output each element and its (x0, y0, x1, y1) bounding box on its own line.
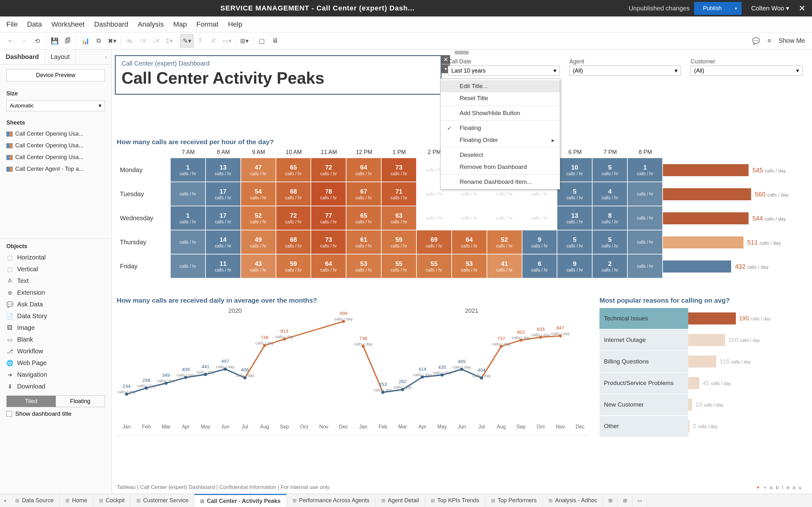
sort-asc-icon[interactable]: ↑≡ (136, 34, 149, 48)
tab-call-center-activity-peaks[interactable]: ⊞Call Center - Activity Peaks (194, 494, 287, 507)
show-dashboard-title-checkbox[interactable]: Show dashboard title (6, 410, 105, 417)
heatmap-cell[interactable]: 64calls / hr (346, 158, 382, 181)
heatmap-cell[interactable]: 77calls / hr (311, 206, 346, 230)
object-download[interactable]: ⬇Download (0, 381, 111, 392)
heatmap-total-row[interactable]: 544 calls / day (663, 206, 803, 230)
tab-analysis-adhoc[interactable]: ⊞Analysis - Adhoc (543, 494, 603, 507)
heatmap-cell[interactable]: calls / hr (628, 206, 663, 230)
heatmap-cell[interactable]: 63calls / hr (382, 206, 417, 230)
dashboard-canvas[interactable]: Call Center (expert) Dashboard Call Cent… (112, 49, 812, 494)
object-text[interactable]: AText (0, 275, 111, 287)
heatmap-cell[interactable]: 17calls / hr (206, 182, 241, 206)
heatmap-cell[interactable]: calls / hr (522, 206, 558, 230)
heatmap-cell[interactable]: calls / hr (171, 182, 206, 206)
object-web-page[interactable]: 🌐Web Page (0, 357, 111, 369)
heatmap-total-row[interactable]: 432 calls / day (663, 254, 803, 278)
publish-dropdown-arrow[interactable]: ▾ (730, 2, 742, 15)
reason-row[interactable]: Other2 calls / day (600, 415, 803, 437)
heatmap-cell[interactable]: 11calls / hr (206, 255, 241, 278)
border-icon[interactable]: ▭▾ (220, 34, 234, 48)
heatmap-cell[interactable]: 69calls / hr (417, 230, 452, 254)
tabs-scroll-left-icon[interactable]: ◂ (0, 494, 9, 507)
reason-row[interactable]: Internet Outage150 calls / day (600, 329, 803, 350)
heatmap-cell[interactable]: 71calls / hr (382, 182, 417, 206)
ctx-remove-from-dashboard[interactable]: Remove from Dashboard (441, 161, 560, 173)
object-blank[interactable]: ▭Blank (0, 334, 111, 345)
menu-file[interactable]: File (6, 20, 17, 29)
heatmap-cell[interactable]: 17calls / hr (206, 206, 241, 230)
presentation-icon[interactable]: ▢ (255, 34, 268, 48)
heatmap-cell[interactable]: 1calls / hr (628, 158, 663, 181)
heatmap-cell[interactable]: 41calls / hr (487, 255, 522, 278)
floating-option[interactable]: Floating (56, 396, 105, 407)
ctx-deselect[interactable]: Deselect (441, 149, 560, 161)
reason-row[interactable]: New Customer13 calls / day (600, 394, 803, 415)
tile-float-toggle[interactable]: Tiled Floating (6, 395, 105, 407)
line-chart-2020[interactable]: 2020234calls / day298calls / day349calls… (117, 307, 353, 434)
redo-icon[interactable]: → (17, 34, 31, 48)
line-chart-2021[interactable]: 2021738calls / day253calls / day282calls… (353, 307, 590, 434)
tab-customer-service[interactable]: ⊞Customer Service (131, 494, 194, 507)
tab-home[interactable]: ⊞Home (60, 494, 93, 507)
drag-handle-icon[interactable] (455, 51, 469, 55)
tab-cockpit[interactable]: ⊞Cockpit (93, 494, 131, 507)
heatmap-cell[interactable]: 65calls / hr (276, 158, 311, 181)
heatmap-cell[interactable]: 4calls / hr (593, 182, 628, 206)
heatmap-cell[interactable]: 43calls / hr (241, 255, 276, 278)
tab-layout[interactable]: Layout (45, 49, 75, 64)
totals-icon[interactable]: Σ▾ (163, 34, 176, 48)
ctx-edit-title-[interactable]: Edit Title... (441, 80, 560, 92)
tiled-option[interactable]: Tiled (7, 396, 56, 407)
heatmap-cell[interactable]: calls / hr (171, 255, 206, 278)
heatmap-cell[interactable]: calls / hr (628, 182, 663, 206)
heatmap-cell[interactable]: 13calls / hr (557, 206, 593, 230)
undo-icon[interactable]: ← (4, 34, 17, 48)
filter-calldate[interactable]: Last 10 years▾ (448, 66, 560, 76)
heatmap-cell[interactable]: 14calls / hr (206, 230, 241, 254)
explain-icon[interactable]: 💬 (750, 34, 763, 48)
heatmap-cell[interactable]: calls / hr (628, 255, 663, 278)
checkbox-icon[interactable] (6, 411, 12, 417)
publish-button[interactable]: Publish (694, 2, 730, 15)
heatmap-cell[interactable]: 68calls / hr (276, 182, 311, 206)
heatmap-total-row[interactable]: 511 calls / day (663, 230, 803, 254)
heatmap-cell[interactable]: 55calls / hr (417, 255, 452, 278)
new-worksheet-tab-icon[interactable]: ⊞ (603, 494, 618, 507)
sheet-item[interactable]: Call Center Opening Usa... (3, 152, 108, 163)
heatmap-cell[interactable]: calls / hr (487, 206, 522, 230)
tab-data-source[interactable]: ⊞Data Source (9, 494, 60, 507)
user-menu[interactable]: Colten Woo ▾ (751, 4, 789, 12)
show-me-button[interactable]: Show Me (779, 37, 805, 44)
heatmap-cell[interactable]: 6calls / hr (522, 255, 558, 278)
new-data-icon[interactable]: 🗐 (61, 34, 74, 48)
object-navigation[interactable]: ➜Navigation (0, 369, 111, 381)
menu-worksheet[interactable]: Worksheet (51, 20, 85, 29)
heatmap-cell[interactable]: 73calls / hr (311, 230, 346, 254)
tab-top-performers[interactable]: ⊞Top Performers (485, 494, 543, 507)
heatmap-cell[interactable]: 54calls / hr (241, 182, 276, 206)
collapse-panel-icon[interactable]: ‹ (101, 49, 111, 64)
heatmap-cell[interactable]: 61calls / hr (346, 230, 382, 254)
heatmap-cell[interactable]: 1calls / hr (171, 158, 206, 181)
heatmap-cell[interactable]: 10calls / hr (557, 158, 593, 181)
swap-icon[interactable]: ⇆ (123, 34, 136, 48)
reason-row[interactable]: Billing Questions115 calls / day (600, 350, 803, 372)
ctx-reset-title[interactable]: Reset Title (441, 92, 560, 104)
tab-agent-detail[interactable]: ⊞Agent Detail (375, 494, 425, 507)
menu-data[interactable]: Data (27, 20, 42, 29)
heatmap-cell[interactable]: 52calls / hr (487, 230, 522, 254)
object-vertical[interactable]: ⬚Vertical (0, 263, 111, 275)
menu-help[interactable]: Help (228, 20, 242, 29)
ctx-floating[interactable]: Floating (441, 122, 560, 134)
heatmap-cell[interactable]: 9calls / hr (557, 255, 593, 278)
heatmap-total-row[interactable]: 545 calls / day (663, 158, 803, 182)
heatmap-cell[interactable]: 8calls / hr (593, 206, 628, 230)
heatmap-cell[interactable]: 72calls / hr (311, 158, 346, 181)
object-horizontal[interactable]: ⬚Horizontal (0, 251, 111, 263)
heatmap-cell[interactable]: 5calls / hr (593, 230, 628, 254)
tab-performance-across-agents[interactable]: ⊞Performance Across Agents (287, 494, 375, 507)
highlight-icon[interactable]: ✎▾ (180, 34, 194, 48)
heatmap-cell[interactable]: calls / hr (628, 230, 663, 254)
menu-analysis[interactable]: Analysis (138, 20, 164, 29)
heatmap-cell[interactable]: 53calls / hr (346, 255, 382, 278)
